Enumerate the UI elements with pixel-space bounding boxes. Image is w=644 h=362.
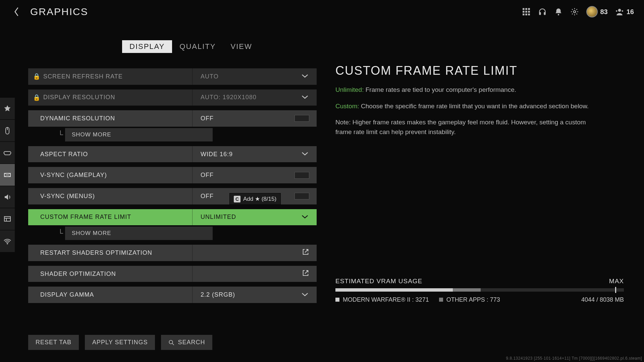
chevron-down-icon: [301, 214, 309, 221]
svg-point-23: [169, 340, 173, 344]
reset-tab-button[interactable]: RESET TAB: [28, 335, 79, 350]
chevron-down-icon: [301, 151, 309, 158]
svg-point-22: [7, 243, 8, 244]
party-icon: [615, 7, 624, 16]
settings-list: 🔒SCREEN REFRESH RATE AUTO 🔒DISPLAY RESOL…: [28, 68, 317, 303]
vram-total: 4044 / 8038 MB: [581, 296, 624, 303]
chevron-down-icon: [301, 73, 309, 80]
vram-max-label: MAX: [609, 278, 624, 285]
rail-network[interactable]: [0, 230, 15, 252]
build-string: 9.8.13241923 [255·101·1614+11] Tm [7000]…: [506, 356, 642, 361]
row-dynamic-resolution[interactable]: DYNAMIC RESOLUTION OFF: [28, 110, 317, 127]
svg-rect-4: [525, 11, 527, 12]
tab-display[interactable]: DISPLAY: [122, 40, 172, 53]
external-link-icon: [302, 248, 309, 257]
row-display-resolution[interactable]: 🔒DISPLAY RESOLUTION AUTO: 1920X1080: [28, 89, 317, 106]
svg-rect-8: [528, 13, 530, 15]
show-more-button[interactable]: SHOW MORE: [65, 227, 213, 240]
rail-audio[interactable]: [0, 186, 15, 208]
svg-rect-6: [523, 13, 524, 15]
back-button[interactable]: [10, 5, 23, 18]
party-count[interactable]: 16: [615, 7, 634, 16]
rail-favorites[interactable]: [0, 97, 15, 119]
svg-rect-0: [523, 8, 524, 10]
lock-icon: 🔒: [33, 73, 41, 80]
vram-bar: [335, 288, 624, 292]
search-icon: [168, 340, 174, 346]
bell-icon[interactable]: [554, 7, 563, 16]
currency-count[interactable]: 83: [586, 6, 608, 17]
apply-settings-button[interactable]: APPLY SETTINGS: [85, 335, 155, 350]
rail-interface[interactable]: [0, 208, 15, 230]
toggle[interactable]: [294, 193, 309, 199]
svg-point-14: [616, 10, 617, 12]
rail-graphics[interactable]: [0, 164, 15, 186]
chevron-down-icon: [301, 94, 309, 101]
svg-rect-2: [528, 8, 530, 10]
svg-rect-10: [544, 12, 545, 15]
row-shader-optimization[interactable]: SHADER OPTIMIZATION: [28, 266, 317, 282]
vram-panel: ESTIMATED VRAM USAGE MAX MODERN WARFARE®…: [335, 278, 624, 303]
vram-seg-other: [453, 288, 481, 292]
svg-rect-1: [525, 8, 527, 10]
show-more-button[interactable]: SHOW MORE: [65, 128, 213, 141]
rail-controller[interactable]: [0, 141, 15, 164]
svg-line-24: [172, 343, 174, 345]
show-more-dynamic-resolution: └ SHOW MORE: [28, 128, 317, 141]
vram-title: ESTIMATED VRAM USAGE: [335, 278, 422, 285]
detail-title: CUSTOM FRAME RATE LIMIT: [335, 64, 624, 78]
gear-icon[interactable]: [570, 7, 579, 16]
svg-rect-3: [523, 11, 524, 12]
svg-point-15: [622, 10, 623, 12]
search-button[interactable]: SEARCH: [161, 335, 212, 350]
lock-icon: 🔒: [33, 94, 41, 101]
show-more-frame-rate: └ SHOW MORE: [28, 227, 317, 240]
svg-rect-9: [539, 12, 541, 15]
row-vsync-gameplay[interactable]: V-SYNC (GAMEPLAY) OFF: [28, 167, 317, 183]
svg-rect-5: [528, 11, 530, 12]
page-title: GRAPHICS: [30, 6, 88, 17]
row-custom-frame-rate-limit[interactable]: CUSTOM FRAME RATE LIMIT UNLIMITED: [28, 209, 317, 226]
chevron-down-icon: [301, 291, 309, 298]
headset-icon[interactable]: [538, 7, 547, 16]
add-favorite-tooltip: C Add ★ (8/15): [229, 193, 281, 205]
apps-grid-icon[interactable]: [522, 7, 531, 16]
row-display-gamma[interactable]: DISPLAY GAMMA 2.2 (SRGB): [28, 287, 317, 303]
rail-mouse[interactable]: [0, 119, 15, 141]
svg-rect-19: [4, 217, 10, 221]
row-screen-refresh-rate[interactable]: 🔒SCREEN REFRESH RATE AUTO: [28, 68, 317, 85]
tab-quality[interactable]: QUALITY: [172, 40, 223, 53]
graphics-tabs: DISPLAY QUALITY VIEW: [122, 40, 317, 53]
key-hint: C: [234, 196, 240, 202]
svg-point-11: [557, 14, 559, 15]
svg-rect-7: [525, 13, 527, 15]
toggle[interactable]: [294, 172, 309, 179]
row-restart-shaders[interactable]: RESTART SHADERS OPTIMIZATION: [28, 245, 317, 261]
avatar: [586, 6, 598, 17]
settings-rail: [0, 97, 15, 252]
tab-view[interactable]: VIEW: [223, 40, 259, 53]
vram-max-tick: [615, 287, 616, 293]
vram-seg-game: [335, 288, 453, 292]
detail-panel: CUSTOM FRAME RATE LIMIT Unlimited: Frame…: [335, 40, 624, 362]
external-link-icon: [302, 269, 309, 279]
svg-point-12: [573, 11, 576, 13]
toggle[interactable]: [294, 115, 309, 122]
svg-point-13: [618, 9, 621, 12]
row-aspect-ratio[interactable]: ASPECT RATIO WIDE 16:9: [28, 146, 317, 163]
